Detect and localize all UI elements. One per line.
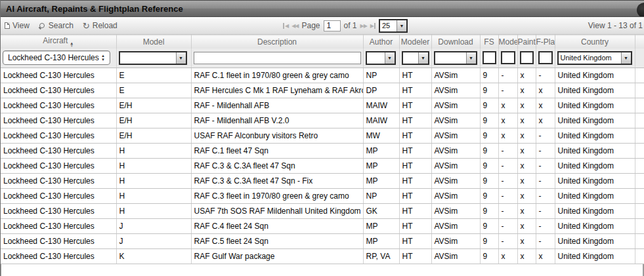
model2-filter-input[interactable] [501,51,515,64]
view-button[interactable]: View [5,21,30,30]
table-cell: 9 [480,144,498,159]
col-header-fs[interactable]: FS [480,35,498,49]
grid-toolbar: View Search ↻ Reload ◀ ◀◀ Page of 1 ▶▶ ▶… [1,17,644,35]
download-filter-select[interactable]: ▼ [434,51,477,65]
table-cell: AVSim [431,83,480,98]
table-cell: 9 [480,113,498,128]
table-cell: MAIW [363,98,399,113]
table-cell: AVSim [431,234,480,249]
modeler-filter-select[interactable]: ▼ [402,51,429,65]
table-cell: - [536,189,555,204]
table-cell: RAF C.3 & C.3A fleet 47 Sqn [191,159,363,174]
table-cell: x [517,144,536,159]
table-cell: Lockheed C-130 Hercules [1,174,116,189]
fplan-filter-input[interactable] [538,51,553,64]
page-input[interactable] [324,20,341,31]
table-row[interactable]: Lockheed C-130 HerculesKRAF Gulf War pac… [1,249,644,264]
chevron-down-icon: ▼ [176,52,186,64]
table-cell: HT [399,249,431,264]
grid-empty-area [1,264,643,276]
filler-cell [635,174,644,189]
table-row[interactable]: Lockheed C-130 HerculesHUSAF 7th SOS RAF… [1,204,644,219]
aircraft-filter-select[interactable]: Lockheed C-130 Hercules ▲▼ [3,50,110,65]
sort-icon: ▲▼ [70,42,74,47]
col-header-model[interactable]: Model [116,35,191,49]
table-row[interactable]: Lockheed C-130 HerculesJRAF C.4 fleet 24… [1,219,644,234]
table-row[interactable]: Lockheed C-130 HerculesERAF C.1 fleet in… [1,68,644,83]
col-header-description[interactable]: Description [191,35,363,49]
table-cell: E/H [116,113,191,128]
table-cell: Lockheed C-130 Hercules [1,189,116,204]
table-cell: MP [363,234,399,249]
col-header-model2[interactable]: Model [498,35,517,49]
table-cell: x [517,128,536,144]
table-cell: USAF 7th SOS RAF Mildenhall United Kingd… [191,204,363,219]
filler-cell [635,234,644,249]
toolbar-buttons: View Search ↻ Reload [1,21,118,30]
table-cell: - [536,204,555,219]
table-row[interactable]: Lockheed C-130 HerculesHRAF C.3 fleet in… [1,189,644,204]
model-filter-select[interactable]: ▼ [119,51,187,65]
table-cell: Lockheed C-130 Hercules [1,204,116,219]
table-cell: United Kingdom [555,204,635,219]
table-row[interactable]: Lockheed C-130 HerculesE/HRAF - Mildenha… [1,113,644,128]
table-row[interactable]: Lockheed C-130 HerculesHRAF C.1 fleet 47… [1,144,644,159]
description-filter-input[interactable] [194,52,361,64]
table-cell: AVSim [431,249,480,264]
table-cell: - [536,159,555,174]
grid-frame: Aircraft▲▼ Model Description Author Mode… [1,35,644,276]
table-row[interactable]: Lockheed C-130 HerculesE/HUSAF RAF Alcon… [1,128,644,144]
table-cell: J [116,234,191,249]
table-row[interactable]: Lockheed C-130 HerculesERAF Hercules C M… [1,83,644,98]
last-page-icon[interactable]: ▶ [370,23,376,29]
filter-cell-fs [480,49,498,68]
table-cell: 9 [480,68,498,83]
filter-cell-fplan [536,49,555,68]
table-row[interactable]: Lockheed C-130 HerculesJRAF C.5 fleet 24… [1,234,644,249]
filter-cell-filler [635,49,644,68]
reload-button-label: Reload [93,21,118,30]
table-cell: Lockheed C-130 Hercules [1,219,116,234]
prev-page-icon[interactable]: ◀◀ [291,23,298,29]
table-cell: HT [399,234,431,249]
col-header-country[interactable]: Country [555,35,635,49]
col-header-author[interactable]: Author [363,35,399,49]
table-cell: AVSim [431,144,480,159]
column-header-row: Aircraft▲▼ Model Description Author Mode… [1,35,644,49]
search-button[interactable]: Search [39,21,74,30]
table-row[interactable]: Lockheed C-130 HerculesHRAF C.3 & C.3A f… [1,159,644,174]
table-cell: AVSim [431,128,480,144]
table-cell: E [116,68,191,83]
author-filter-select[interactable]: ▼ [366,51,396,65]
col-header-modeler[interactable]: Modeler [399,35,431,49]
filter-cell-modeler: ▼ [399,49,431,68]
page-size-select[interactable]: 25 ▼ [379,19,408,33]
paint-filter-input[interactable] [520,51,534,64]
table-cell: H [116,174,191,189]
table-cell: - [498,144,517,159]
table-cell: x [517,204,536,219]
grid-titlebar: AI Aircraft, Repaints & Flightplan Refer… [1,0,644,17]
table-cell: x [517,219,536,234]
grid-body: Lockheed C-130 HerculesERAF C.1 fleet in… [1,68,644,264]
col-header-fplan[interactable]: F-Plan [536,35,555,49]
reload-button[interactable]: ↻ Reload [83,21,118,30]
next-page-icon[interactable]: ▶▶ [360,23,367,29]
table-cell: HT [399,113,431,128]
first-page-icon[interactable]: ◀ [283,23,288,29]
country-filter-select[interactable]: United Kingdom ▼ [557,51,632,65]
corner-badge-icon [637,3,644,17]
table-cell: - [498,234,517,249]
table-cell: x [536,249,555,264]
table-cell: Lockheed C-130 Hercules [1,249,116,264]
col-header-paint[interactable]: Paint [517,35,536,49]
col-header-download[interactable]: Download [431,35,480,49]
fs-filter-input[interactable] [483,51,496,64]
table-row[interactable]: Lockheed C-130 HerculesHRAF C.3 & C.3A f… [1,174,644,189]
table-cell: MP [363,144,399,159]
table-row[interactable]: Lockheed C-130 HerculesE/HRAF - Mildenha… [1,98,644,113]
table-cell: 9 [480,234,498,249]
table-cell: AVSim [431,174,480,189]
col-header-aircraft[interactable]: Aircraft▲▼ [1,35,116,49]
table-cell: x [498,249,517,264]
